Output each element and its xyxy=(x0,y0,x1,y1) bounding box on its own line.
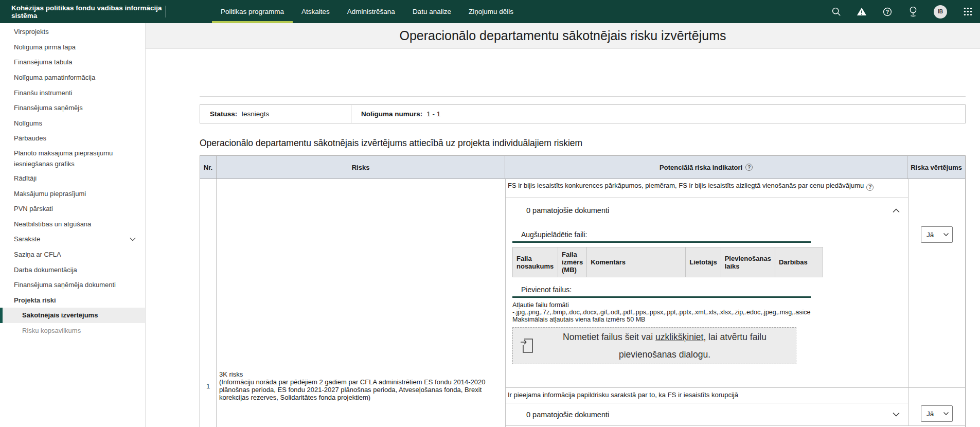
apps-grid-icon[interactable] xyxy=(963,7,973,17)
sidebar: Virsprojekts Nolīguma pirmā lapa Finansē… xyxy=(0,23,146,427)
sidebar-item-label: Sarakste xyxy=(14,235,40,243)
file-column-actions: Darbības xyxy=(775,247,823,277)
documents-accordion-toggle[interactable]: 0 pamatojošie dokumenti xyxy=(506,198,908,223)
risk-table-row: 1 3K risks (Informāciju norāda par pēdēj… xyxy=(200,179,965,427)
documents-accordion-toggle[interactable]: 0 pamatojošie dokumenti xyxy=(506,403,908,425)
main-content: Operacionālo departamentu sākotnējais ri… xyxy=(146,23,980,427)
status-label: Statuss: xyxy=(210,110,237,118)
rating-select[interactable]: Jā xyxy=(921,226,953,243)
svg-text:?: ? xyxy=(886,9,889,14)
dropzone-click-link[interactable]: uzklikšķiniet xyxy=(655,332,703,342)
sidebar-item-risku-kopsavilkums[interactable]: Risku kopsavilkums xyxy=(0,323,145,339)
status-value: Iesniegts xyxy=(241,110,269,118)
agreement-number-label: Nolīguma numurs: xyxy=(361,110,422,118)
sidebar-item-neatbilstibas-un-atgusana[interactable]: Neatbilstības un atgūšana xyxy=(0,217,145,232)
indicator-cell: FS ir bijis iesaistīts konkurences pārkā… xyxy=(506,179,908,387)
chevron-down-icon xyxy=(893,412,900,417)
file-column-name: Faila nosaukums xyxy=(513,247,558,277)
max-file-size: Maksimālais atļautais viena faila izmērs… xyxy=(512,316,908,323)
language-icon[interactable] xyxy=(908,7,918,17)
documents-count-label: 0 pamatojošie dokumenti xyxy=(526,206,609,215)
sidebar-item-noliguma-pamatinformacija[interactable]: Nolīguma pamatinformācija xyxy=(0,70,145,85)
sidebar-item-parbaudes[interactable]: Pārbaudes xyxy=(0,131,145,146)
file-column-added-time: Pievienošanas laiks xyxy=(721,247,775,277)
info-icon[interactable]: ? xyxy=(866,184,874,191)
app-brand: Kohēzijas politikas fondu vadības inform… xyxy=(0,0,166,23)
upload-file-icon xyxy=(521,338,534,353)
status-box: Statuss: Iesniegts Nolīguma numurs: 1 - … xyxy=(200,104,966,123)
sidebar-item-virsprojekts[interactable]: Virsprojekts xyxy=(0,24,145,40)
dropzone-text: Nometiet failus šeit vai uzklikšķiniet, … xyxy=(541,328,788,363)
sidebar-item-maksajumu-pieprasijumi[interactable]: Maksājumu pieprasījumi xyxy=(0,186,145,201)
info-icon[interactable]: ? xyxy=(745,164,753,171)
indicator-text: Ir pieejama informācija papildrisku sara… xyxy=(506,388,908,399)
sidebar-item-pvn-parskati[interactable]: PVN pārskati xyxy=(0,201,145,217)
avatar[interactable]: IB xyxy=(934,5,947,19)
warning-icon[interactable] xyxy=(857,7,867,17)
sidebar-item-finansejuma-tabula[interactable]: Finansējuma tabula xyxy=(0,55,145,70)
sidebar-item-sarakste[interactable]: Sarakste xyxy=(0,232,145,247)
search-icon[interactable] xyxy=(831,7,841,17)
page-header-band: Operacionālo departamentu sākotnējais ri… xyxy=(146,23,980,49)
status-cell: Statuss: Iesniegts xyxy=(200,105,351,123)
file-column-size: Faila izmērs (MB) xyxy=(558,247,587,277)
rating-cell: Jā xyxy=(908,388,965,425)
sidebar-item-finansejuma-sanemeja-dokumenti[interactable]: Finansējuma saņēmēja dokumenti xyxy=(0,277,145,293)
allowed-formats-title: Atļautie failu formāti xyxy=(512,301,908,309)
sidebar-item-projekta-riski[interactable]: Projekta riski xyxy=(0,293,145,308)
indicator-rows: FS ir bijis iesaistīts konkurences pārkā… xyxy=(506,179,965,427)
nav-actions: ? IB xyxy=(831,0,980,23)
sidebar-item-finansu-instrumenti[interactable]: Finanšu instrumenti xyxy=(0,85,145,100)
nav-item-administresana[interactable]: Administrēšana xyxy=(338,0,404,23)
indicator-text-label: FS ir bijis iesaistīts konkurences pārkā… xyxy=(508,182,864,189)
column-header-risks: Risks xyxy=(217,156,505,179)
sidebar-item-raditaji[interactable]: Rādītāji xyxy=(0,171,145,186)
help-icon[interactable]: ? xyxy=(882,7,893,17)
page-title: Operacionālo departamentu sākotnējais ri… xyxy=(399,28,726,43)
upload-panel: Augšupielādētie faili: Faila nosaukums xyxy=(506,223,908,387)
indicator-cell: Ir pieejama informācija papildrisku sara… xyxy=(506,388,908,425)
content-area: Statuss: Iesniegts Nolīguma numurs: 1 - … xyxy=(146,96,980,427)
column-header-indicators: Potenciālā riska indikatori ? xyxy=(505,156,907,179)
rating-select[interactable]: Jā xyxy=(921,405,953,422)
indicator-row: Ir pieejama informācija papildrisku sara… xyxy=(506,388,965,426)
sidebar-item-finansejuma-sanemejs[interactable]: Finansējuma saņēmējs xyxy=(0,100,145,116)
nav-divider xyxy=(166,6,166,17)
uploaded-files-label: Augšupielādētie faili: xyxy=(521,230,908,239)
risk-title: 3K risks xyxy=(219,370,500,378)
sidebar-item-darba-dokumentacija[interactable]: Darba dokumentācija xyxy=(0,262,145,277)
add-files-label: Pievienot failus: xyxy=(521,286,908,294)
section-heading: Operacionālo departamentu sākotnējais iz… xyxy=(200,138,966,149)
sidebar-item-noliguma-pirma-lapa[interactable]: Nolīguma pirmā lapa xyxy=(0,40,145,55)
divider xyxy=(512,296,811,298)
column-header-rating: Riska vērtējums xyxy=(907,156,965,179)
rating-select-value: Jā xyxy=(926,410,934,418)
sidebar-item-sazina-ar-cfla[interactable]: Saziņa ar CFLA xyxy=(0,247,145,262)
nav-item-datu-analize[interactable]: Datu analize xyxy=(404,0,460,23)
documents-count-label: 0 pamatojošie dokumenti xyxy=(526,411,609,419)
risk-table-header: Nr. Risks Potenciālā riska indikatori ? … xyxy=(200,156,965,179)
chevron-down-icon xyxy=(943,412,949,415)
row-number-cell: 1 xyxy=(200,179,217,427)
sidebar-item-planoto-maksajuma-pieprasijumu[interactable]: Plānoto maksājuma pieprasījumu iesniegša… xyxy=(0,146,145,171)
risk-description: (Informāciju norāda par pēdējiem 2 gadie… xyxy=(219,378,485,401)
nav-item-zinojumu-delis[interactable]: Ziņojumu dēlis xyxy=(460,0,522,23)
rating-select-value: Jā xyxy=(926,231,934,239)
nav-item-atskaites[interactable]: Atskaites xyxy=(293,0,338,23)
column-header-nr: Nr. xyxy=(200,156,217,179)
allowed-formats-list: -.jpg,.png,.7z,.bmp,.doc,.docx,.gif,.odt… xyxy=(512,309,908,316)
dropzone-text-before: Nometiet failus šeit vai xyxy=(563,332,655,342)
chevron-down-icon xyxy=(943,233,949,236)
sidebar-item-sakotnejais-izvertejums[interactable]: Sākotnējais izvērtējums xyxy=(0,308,145,323)
allowed-formats: Atļautie failu formāti -.jpg,.png,.7z,.b… xyxy=(512,301,908,323)
risk-cell: 3K risks (Informāciju norāda par pēdējie… xyxy=(217,179,506,427)
rating-cell: Jā xyxy=(908,179,965,387)
sidebar-item-noligums[interactable]: Nolīgums xyxy=(0,116,145,131)
divider xyxy=(200,96,966,97)
chevron-down-icon xyxy=(130,237,136,241)
indicator-row: FS ir bijis iesaistīts konkurences pārkā… xyxy=(506,179,965,388)
file-dropzone[interactable]: Nometiet failus šeit vai uzklikšķiniet, … xyxy=(512,327,796,364)
column-header-indicators-label: Potenciālā riska indikatori xyxy=(660,164,742,171)
agreement-number-cell: Nolīguma numurs: 1 - 1 xyxy=(351,105,965,123)
nav-item-politikas-programma[interactable]: Politikas programma xyxy=(212,0,293,23)
